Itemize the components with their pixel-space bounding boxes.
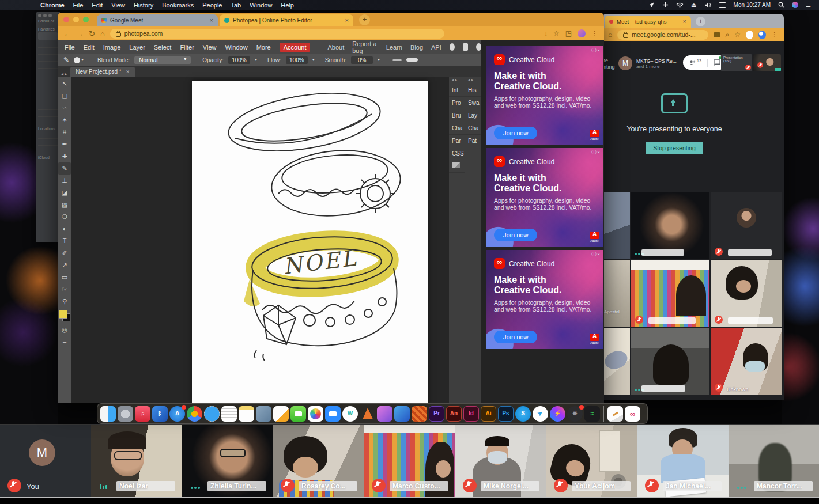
type-tool[interactable]: T <box>58 235 71 247</box>
twitter-icon[interactable] <box>463 43 468 51</box>
dock-wheel-app[interactable]: ✸ <box>567 406 583 422</box>
finder-traffic-light[interactable] <box>48 14 52 17</box>
active-app-name[interactable]: Chrome <box>40 2 65 9</box>
pp-account-button[interactable]: Account <box>280 43 311 52</box>
participant-tile[interactable]: Mike Norgel... <box>455 425 546 497</box>
move-tool[interactable]: ↖ <box>58 78 71 90</box>
siri-icon[interactable] <box>792 2 798 8</box>
presentation-thumbnail[interactable]: Presentation (You) <box>721 54 752 71</box>
stroke-thick-icon[interactable] <box>406 58 418 62</box>
display-icon[interactable] <box>719 2 726 8</box>
close-tab-icon[interactable]: × <box>683 18 686 25</box>
menu-view[interactable]: View <box>111 2 125 9</box>
pp-menu-more[interactable]: More <box>256 44 271 51</box>
panel-tab-info[interactable]: Inf <box>449 84 465 97</box>
brush-preset-picker[interactable]: ▾ <box>74 57 84 63</box>
tab-meet-call[interactable]: Meet – tud-qasy-qhs × <box>605 16 691 28</box>
flow-value[interactable]: 100% <box>286 56 308 64</box>
video-tile[interactable]: Apostol <box>602 260 630 327</box>
blur-tool[interactable]: ❍ <box>58 211 71 223</box>
new-tab-button[interactable]: + <box>696 17 705 26</box>
menu-people[interactable]: People <box>202 2 222 9</box>
screen-mode-toggle[interactable]: – <box>58 336 71 348</box>
panel-tab-swatches[interactable]: Swa <box>465 97 481 109</box>
video-tile[interactable]: Unknown <box>711 328 782 395</box>
back-icon[interactable]: ← <box>63 30 71 37</box>
dock-safari[interactable] <box>204 406 220 422</box>
video-tile[interactable] <box>711 260 782 327</box>
join-now-button[interactable]: Join now <box>494 229 537 241</box>
home-icon[interactable]: ⌂ <box>100 30 105 37</box>
pp-menu-view[interactable]: View <box>203 44 217 51</box>
wifi-icon[interactable] <box>676 2 684 8</box>
menu-tab[interactable]: Tab <box>231 2 241 9</box>
panel-tab-paragraph[interactable]: Par <box>449 135 465 147</box>
pp-menu-image[interactable]: Image <box>103 44 121 51</box>
extensions-icon[interactable]: ◳ <box>565 30 572 37</box>
dock-pages[interactable] <box>273 406 289 422</box>
dock-finder[interactable] <box>100 406 116 422</box>
dock-premiere[interactable]: Pr <box>429 406 444 422</box>
download-icon[interactable]: ↓ <box>544 30 548 37</box>
dock-telegram[interactable]: ➤ <box>533 406 548 422</box>
clone-stamp-tool[interactable]: ⊥ <box>58 175 71 187</box>
drone-status-icon[interactable] <box>662 2 669 8</box>
dock-creative-cloud[interactable]: ∞ <box>625 406 640 422</box>
meeting-title[interactable]: MKTG– OPS Re... <box>636 58 677 64</box>
dock-chrome[interactable] <box>187 406 202 422</box>
magic-wand-tool[interactable]: ✶ <box>58 114 71 126</box>
close-window-button[interactable] <box>63 17 69 22</box>
ad-choices-icons[interactable]: ⓘ× <box>591 48 601 53</box>
zoom-window-button[interactable] <box>83 17 89 22</box>
lasso-tool[interactable]: ∽ <box>58 102 71 114</box>
finder-traffic-light[interactable] <box>38 14 41 17</box>
panel-tab-layers[interactable]: Lay <box>465 109 481 122</box>
eraser-tool[interactable]: ◪ <box>58 187 71 199</box>
dock-animate[interactable]: An <box>446 406 462 422</box>
panel-tab-brush[interactable]: Bru <box>449 109 465 122</box>
crop-tool[interactable]: ⌗ <box>58 126 71 138</box>
ad-choices-icons[interactable]: ⓘ× <box>591 150 601 155</box>
self-video-thumbnail[interactable] <box>753 54 781 71</box>
pp-menu-edit[interactable]: Edit <box>84 44 95 51</box>
panel-collapse-arrows[interactable]: ◂ ▸ <box>465 77 481 84</box>
self-mute-icon[interactable] <box>7 479 21 492</box>
healing-tool[interactable]: ✚ <box>58 150 71 162</box>
panel-tab-properties[interactable]: Pro <box>449 97 465 109</box>
notification-center-icon[interactable]: ☰ <box>806 2 811 8</box>
stroke-thin-icon[interactable] <box>392 59 402 61</box>
dock-photoshop[interactable]: Ps <box>498 406 514 422</box>
pp-link-api[interactable]: API <box>431 44 441 51</box>
color-swatches[interactable] <box>59 310 70 321</box>
participant-tile[interactable]: Marco Custo... <box>364 425 455 497</box>
tab-google-meet[interactable]: Google Meet × <box>97 14 218 26</box>
pp-menu-layer[interactable]: Layer <box>129 44 145 51</box>
meet-address-pill[interactable]: meet.google.com/tud-... <box>617 30 708 40</box>
participant-tile[interactable]: Mancor Torr... <box>729 425 819 497</box>
flow-dropdown[interactable]: ▾ <box>312 58 315 62</box>
dock-affinity-designer[interactable] <box>394 406 410 422</box>
volume-icon[interactable] <box>704 2 711 8</box>
extension-browser-icon[interactable] <box>758 31 766 39</box>
panel-collapse-arrows[interactable]: ◂ ▸ <box>449 77 465 84</box>
dock-illustrator[interactable]: Ai <box>481 406 496 422</box>
finder-location-rows[interactable] <box>36 132 60 152</box>
menu-help[interactable]: Help <box>281 2 294 9</box>
panel-tab-channels[interactable]: Cha <box>449 122 465 135</box>
brush-tool[interactable]: ✎ <box>58 162 71 175</box>
panel-tab-paths[interactable]: Pat <box>465 135 481 147</box>
browser-menu-icon[interactable]: ⋮ <box>591 30 598 37</box>
menu-history[interactable]: History <box>134 2 153 9</box>
join-now-button[interactable]: Join now <box>494 331 537 343</box>
gradient-tool[interactable]: ▨ <box>58 199 71 211</box>
creative-cloud-ad[interactable]: ⓘ× ∞ Creative Cloud Make it with Creativ… <box>486 46 603 145</box>
chat-button[interactable] <box>714 58 720 68</box>
finder-icloud-row[interactable] <box>38 161 58 167</box>
facebook-icon[interactable] <box>476 43 481 51</box>
dock-launchpad[interactable] <box>118 406 133 422</box>
pp-menu-filter[interactable]: Filter <box>180 44 194 51</box>
quick-mask-toggle[interactable]: ◎ <box>58 324 71 336</box>
minimize-window-button[interactable] <box>73 17 79 22</box>
pp-link-blog[interactable]: Blog <box>410 44 423 51</box>
eyedropper-tool[interactable]: ✒ <box>58 138 71 150</box>
